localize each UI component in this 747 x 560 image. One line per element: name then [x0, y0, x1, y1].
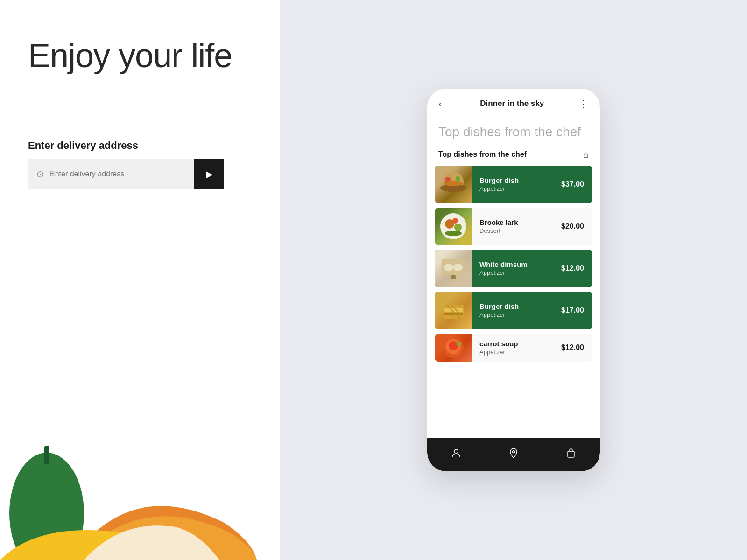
- menu-item-category: Appetizer: [479, 349, 554, 356]
- delivery-input-row: ⊙ ▶: [28, 159, 224, 189]
- menu-item-name: carrot soup: [479, 340, 554, 348]
- menu-item[interactable]: carrot soup Appetizer $12.00: [435, 334, 592, 362]
- more-dots-icon: ⋮: [579, 98, 589, 109]
- menu-item-category: Appetizer: [479, 311, 554, 318]
- back-icon: ‹: [438, 98, 442, 109]
- food-image-brooke: [435, 208, 472, 245]
- menu-item-info: White dimsum Appetizer: [472, 260, 561, 276]
- menu-item-name: Burger dish: [479, 176, 554, 184]
- menu-item[interactable]: Burger dish Appetizer $37.00: [435, 166, 592, 203]
- svg-point-26: [512, 451, 514, 453]
- svg-point-6: [444, 181, 463, 186]
- left-panel: Enjoy your life Enter delivery address ⊙…: [0, 0, 280, 560]
- back-button[interactable]: ‹: [438, 98, 442, 109]
- menu-item-price: $17.00: [561, 306, 592, 315]
- food-image-burger2: [435, 292, 472, 329]
- menu-item-price: $20.00: [561, 222, 592, 231]
- svg-point-23: [449, 341, 458, 350]
- fruit-illustration: [0, 383, 257, 560]
- bag-nav-icon[interactable]: [565, 448, 577, 462]
- svg-point-24: [457, 342, 461, 346]
- food-image-dimsum: [435, 250, 472, 287]
- arrow-right-icon: ▶: [206, 168, 213, 180]
- menu-item-name: White dimsum: [479, 260, 554, 268]
- category-row: Top dishes from the chef ⌂: [427, 144, 600, 166]
- svg-point-5: [456, 176, 460, 181]
- cloche-icon: ⌂: [583, 149, 589, 160]
- category-label: Top dishes from the chef: [438, 150, 527, 159]
- svg-point-9: [454, 224, 462, 231]
- more-options-button[interactable]: ⋮: [579, 98, 589, 109]
- delivery-section: Enter delivery address ⊙ ▶: [28, 140, 252, 189]
- menu-item-price: $12.00: [561, 343, 592, 352]
- section-heading-large: Top dishes from the chef: [427, 117, 600, 144]
- phone-bottom-nav: [427, 438, 600, 471]
- menu-item[interactable]: Brooke lark Dessert $20.00: [435, 208, 592, 245]
- menu-item-name: Burger dish: [479, 302, 554, 310]
- menu-item-price: $37.00: [561, 180, 592, 189]
- menu-item-name: Brooke lark: [479, 218, 554, 226]
- menu-item-info: Burger dish Appetizer: [472, 176, 561, 192]
- food-image-burger1: [435, 166, 472, 203]
- phone-mockup: ‹ Dinner in the sky ⋮ Top dishes from th…: [427, 89, 600, 471]
- location-nav-icon[interactable]: [508, 448, 519, 462]
- location-pin-icon: ⊙: [36, 168, 44, 180]
- svg-point-13: [444, 264, 453, 271]
- svg-rect-15: [451, 275, 456, 279]
- menu-item-category: Appetizer: [479, 269, 554, 276]
- svg-point-11: [452, 218, 458, 224]
- menu-item-category: Appetizer: [479, 185, 554, 192]
- menu-list: Burger dish Appetizer $37.00: [427, 166, 600, 438]
- menu-item-info: Burger dish Appetizer: [472, 302, 561, 318]
- svg-point-10: [445, 231, 462, 236]
- delivery-input[interactable]: [50, 170, 186, 178]
- svg-rect-1: [44, 446, 49, 464]
- menu-item-category: Dessert: [479, 227, 554, 234]
- svg-point-14: [453, 264, 463, 271]
- menu-item-price: $12.00: [561, 264, 592, 273]
- right-panel: ‹ Dinner in the sky ⋮ Top dishes from th…: [280, 0, 747, 560]
- menu-item[interactable]: Burger dish Appetizer $17.00: [435, 292, 592, 329]
- phone-header: ‹ Dinner in the sky ⋮: [427, 89, 600, 117]
- phone-screen-title: Dinner in the sky: [445, 99, 579, 108]
- food-image-soup: [435, 334, 472, 362]
- delivery-section-label: Enter delivery address: [28, 140, 252, 152]
- delivery-input-wrapper: ⊙: [28, 159, 194, 189]
- svg-rect-27: [568, 451, 574, 457]
- menu-item-info: Brooke lark Dessert: [472, 218, 561, 234]
- submit-button[interactable]: ▶: [194, 159, 224, 189]
- menu-item[interactable]: White dimsum Appetizer $12.00: [435, 250, 592, 287]
- svg-point-25: [454, 449, 458, 453]
- profile-nav-icon[interactable]: [451, 448, 462, 462]
- main-title: Enjoy your life: [28, 37, 252, 74]
- menu-item-info: carrot soup Appetizer: [472, 340, 561, 356]
